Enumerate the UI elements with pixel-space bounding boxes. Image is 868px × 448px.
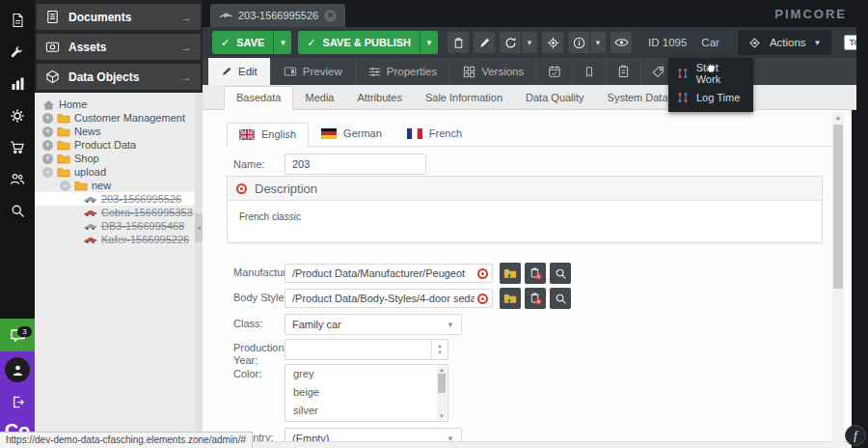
plus-expander-icon[interactable]: + [42, 154, 53, 164]
customers-icon[interactable] [0, 163, 35, 195]
chevron-down-icon: ▼ [594, 39, 602, 47]
rename-button[interactable] [474, 32, 495, 53]
tree-item-customer-management[interactable]: + Customer Management [35, 111, 203, 125]
view-tab-notes[interactable] [573, 58, 607, 85]
color-option-grey[interactable]: grey [285, 365, 448, 383]
tree-item-upload[interactable]: − upload [35, 165, 203, 179]
info-dropdown-caret[interactable]: ▼ [589, 32, 606, 53]
save-dropdown-caret[interactable]: ▼ [273, 31, 291, 54]
reload-dropdown-caret[interactable]: ▼ [521, 32, 537, 53]
view-tab-reports[interactable] [607, 58, 641, 85]
spinner-arrows[interactable]: ▲▼ [431, 340, 448, 359]
view-tab-properties[interactable]: Properties [356, 58, 450, 85]
view-tab-edit[interactable]: Edit [208, 58, 271, 85]
language-tab-german[interactable]: German [309, 122, 394, 146]
body-style-search-button[interactable] [550, 288, 571, 309]
name-label: Name: [233, 158, 264, 170]
logout-button[interactable] [6, 391, 29, 412]
right-edge-panel [856, 0, 868, 448]
tab-attributes[interactable]: Attributes [345, 87, 413, 109]
save-publish-button[interactable]: ✓SAVE & PUBLISH ▼ [298, 31, 438, 54]
tab-data-quality[interactable]: Data Quality [514, 87, 596, 109]
color-option-silver[interactable]: silver [285, 402, 448, 420]
body-style-input[interactable] [285, 289, 493, 308]
tree-item-product-data[interactable]: + Product Data [35, 138, 203, 152]
tree-item-kafer-1566995226[interactable]: Kafer-1566995226 [35, 233, 203, 246]
class-label: Class: [233, 318, 263, 329]
body-style-remove-button[interactable] [525, 288, 546, 309]
chat-button[interactable]: 3 [0, 319, 35, 351]
reports-icon[interactable] [0, 68, 35, 99]
color-option-beige[interactable]: beige [285, 383, 448, 402]
settings-gear-icon[interactable] [0, 99, 35, 131]
accordion-data-objects[interactable]: Data Objects → [37, 64, 201, 90]
view-tab-versions[interactable]: Versions [450, 58, 537, 85]
screenshot-extension-button[interactable]: f [845, 425, 866, 446]
scroll-up-icon[interactable]: ▲ [832, 114, 844, 121]
tools-icon[interactable] [0, 36, 35, 68]
tree-item-cobra-1566995353[interactable]: Cobra-1566995353 [35, 206, 203, 219]
info-icon [573, 37, 585, 49]
refresh-icon [504, 37, 517, 49]
info-button[interactable]: ▼ [568, 32, 606, 53]
minus-expander-icon[interactable]: − [42, 167, 53, 178]
target-icon [547, 37, 559, 49]
save-publish-dropdown-caret[interactable]: ▼ [420, 31, 438, 54]
language-tab-french[interactable]: French [394, 122, 475, 146]
body-style-open-button[interactable] [500, 288, 521, 309]
locate-in-tree-button[interactable] [542, 32, 563, 53]
tab-basedata[interactable]: Basedata [224, 86, 293, 110]
tab-sale-information[interactable]: Sale Information [414, 87, 514, 109]
class-select[interactable]: Family car ▼ [285, 314, 462, 335]
editor-tab-title: 203-1566995526 [238, 10, 318, 21]
camera-icon [45, 40, 60, 54]
language-tab-english[interactable]: English [227, 123, 309, 147]
menu-item-log-time[interactable]: Log Time [668, 85, 753, 109]
view-tab-preview[interactable]: Preview [271, 58, 356, 85]
tree-item-db3-1566995468[interactable]: DB3-1566995468 [35, 219, 203, 233]
file-icon[interactable] [0, 4, 35, 36]
car-grey-icon [83, 195, 97, 204]
tree-item-new[interactable]: − new [35, 179, 203, 192]
production-year-spinner[interactable]: ▲▼ [285, 339, 448, 360]
reload-button[interactable]: ▼ [500, 32, 537, 53]
tree-item-203-1566995526[interactable]: 203-1566995526 [35, 192, 203, 206]
accordion-assets[interactable]: Assets → [37, 34, 201, 60]
scroll-down-icon: ▼ [437, 413, 447, 419]
mouse-cursor [703, 58, 718, 76]
name-input[interactable] [285, 154, 426, 175]
ecommerce-cart-icon[interactable] [0, 131, 35, 163]
save-button[interactable]: ✓SAVE ▼ [212, 31, 291, 54]
search-icon [555, 293, 567, 305]
search-icon[interactable] [0, 195, 35, 227]
tree-item-home[interactable]: Home [35, 98, 203, 111]
accordion-documents[interactable]: Documents → [37, 4, 201, 30]
plus-expander-icon[interactable]: + [42, 140, 53, 151]
tree-scrollbar[interactable]: ◂ [195, 93, 203, 448]
editor-tab[interactable]: 203-1566995526 ✕ [210, 4, 345, 27]
tree-item-news[interactable]: + News [35, 125, 203, 138]
manufacturer-input[interactable] [285, 264, 493, 283]
minus-expander-icon[interactable]: − [60, 181, 70, 191]
tree-item-shop[interactable]: + Shop [35, 152, 203, 165]
user-avatar[interactable] [5, 357, 30, 382]
color-scrollbar[interactable]: ▲ ▼ [437, 366, 447, 420]
manufacturer-open-button[interactable] [500, 263, 521, 284]
manufacturer-search-button[interactable] [550, 263, 571, 284]
preview-eye-button[interactable] [610, 32, 632, 53]
view-tab-schedule[interactable] [537, 58, 573, 85]
close-icon[interactable]: ✕ [324, 10, 337, 22]
plus-expander-icon[interactable]: + [42, 126, 53, 137]
splitter-collapse-icon[interactable]: ◂ [195, 213, 203, 242]
description-value[interactable]: French classic [228, 201, 822, 233]
delete-button[interactable] [448, 32, 469, 53]
actions-button[interactable]: Actions ▼ [738, 30, 831, 55]
plus-expander-icon[interactable]: + [42, 113, 53, 124]
chevron-down-icon: ▼ [526, 39, 533, 47]
spinner-down-icon: ▼ [437, 350, 443, 356]
tab-media[interactable]: Media [293, 87, 345, 109]
manufacturer-remove-button[interactable] [525, 263, 546, 284]
content-scrollbar[interactable]: ▲ [832, 112, 844, 448]
scroll-thumb[interactable] [833, 125, 843, 289]
tab-system-data[interactable]: System Data [596, 87, 680, 109]
